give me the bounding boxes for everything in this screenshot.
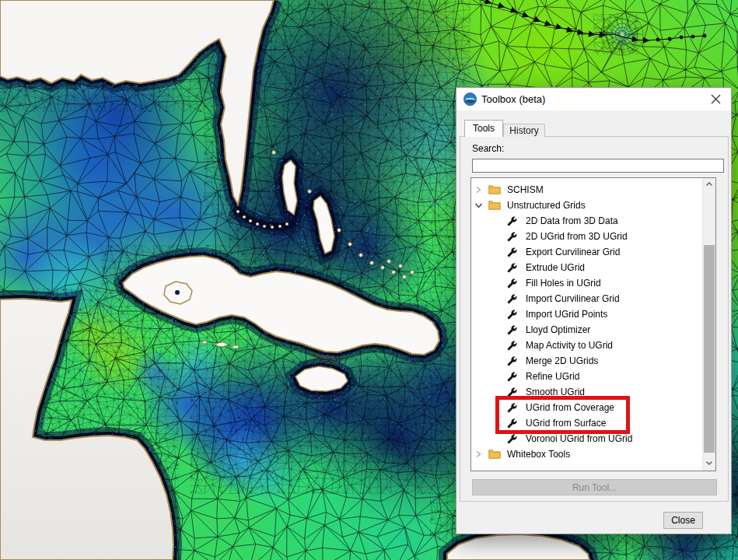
wrench-icon	[507, 372, 517, 382]
wrench-icon	[507, 232, 517, 242]
tree-item-label: Map Activity to UGrid	[526, 340, 613, 351]
dialog-titlebar[interactable]: Toolbox (beta)	[456, 88, 731, 110]
close-button[interactable]: Close	[663, 512, 703, 529]
tree-item-label: Whitebox Tools	[507, 449, 570, 460]
tree-item-label: Refine UGrid	[526, 371, 579, 382]
wrench-icon	[507, 325, 517, 335]
chevron-down-icon[interactable]	[474, 201, 483, 209]
search-input[interactable]	[472, 159, 724, 173]
tree-item-label: Import Curvilinear Grid	[526, 293, 620, 304]
tree-item-fill-holes-in-ugrid[interactable]: Fill Holes in UGrid	[471, 275, 701, 291]
scrollbar-up-arrow[interactable]	[703, 178, 715, 191]
tree-item-label: SCHISM	[507, 184, 544, 195]
wrench-icon	[507, 310, 517, 320]
tab-tools[interactable]: Tools	[464, 120, 503, 137]
tab-history[interactable]: History	[503, 124, 545, 137]
tree-item-label: Voronoi UGrid from UGrid	[526, 433, 632, 444]
chevron-right-icon[interactable]	[474, 450, 482, 458]
highlight-annotation	[495, 396, 630, 434]
wrench-icon	[507, 247, 517, 257]
folder-icon	[488, 184, 501, 194]
wrench-icon	[507, 263, 517, 273]
search-label: Search:	[472, 143, 504, 154]
tree-item-label: Import UGrid Points	[526, 309, 607, 320]
tree-item-import-curvilinear-grid[interactable]: Import Curvilinear Grid	[471, 291, 701, 306]
scrollbar-thumb[interactable]	[704, 245, 715, 453]
tree-item-2d-data-from-3d-data[interactable]: 2D Data from 3D Data	[471, 213, 701, 229]
close-icon[interactable]	[711, 94, 721, 104]
tree-item-schism[interactable]: SCHISM	[471, 182, 701, 198]
tree-item-import-ugrid-points[interactable]: Import UGrid Points	[471, 306, 701, 322]
wrench-icon	[507, 341, 517, 351]
wrench-icon	[507, 356, 517, 366]
tree-item-merge-2d-ugrids[interactable]: Merge 2D UGrids	[471, 353, 701, 369]
tree-item-label: Export Curvilinear Grid	[526, 247, 620, 257]
wrench-icon	[507, 278, 517, 289]
chevron-right-icon[interactable]	[474, 186, 482, 194]
wrench-icon	[507, 216, 517, 226]
tree-item-unstructured-grids[interactable]: Unstructured Grids	[471, 198, 701, 213]
tree-item-label: Merge 2D UGrids	[526, 355, 598, 366]
tree-item-label: 2D Data from 3D Data	[526, 215, 618, 226]
tree-item-label: Extrude UGrid	[526, 262, 585, 273]
wrench-icon	[507, 434, 517, 444]
tree-scrollbar[interactable]	[702, 178, 715, 471]
tree-item-label: Lloyd Optimizer	[526, 324, 590, 335]
tree-item-2d-ugrid-from-3d-ugrid[interactable]: 2D UGrid from 3D UGrid	[471, 229, 701, 244]
wrench-icon	[507, 294, 517, 304]
folder-icon	[488, 449, 501, 459]
tree-item-whitebox-tools[interactable]: Whitebox Tools	[471, 446, 701, 462]
tree-item-refine-ugrid[interactable]: Refine UGrid	[471, 369, 701, 384]
tree-item-label: Fill Holes in UGrid	[526, 278, 601, 289]
folder-icon	[488, 200, 501, 210]
run-tool-button[interactable]: Run Tool...	[472, 479, 717, 495]
toolbox-dialog: Toolbox (beta) Tools History Search: SCH…	[456, 87, 732, 534]
aquaveo-logo-icon	[463, 93, 477, 106]
tree-item-export-curvilinear-grid[interactable]: Export Curvilinear Grid	[471, 244, 701, 260]
tree-item-label: Unstructured Grids	[507, 200, 586, 211]
app-window: Toolbox (beta) Tools History Search: SCH…	[0, 0, 738, 560]
tree-item-label: 2D UGrid from 3D UGrid	[526, 231, 628, 242]
tree-item-lloyd-optimizer[interactable]: Lloyd Optimizer	[471, 322, 701, 338]
tree-item-extrude-ugrid[interactable]: Extrude UGrid	[471, 260, 701, 275]
tree-item-map-activity-to-ugrid[interactable]: Map Activity to UGrid	[471, 338, 701, 353]
dialog-title: Toolbox (beta)	[481, 88, 545, 110]
scrollbar-down-arrow[interactable]	[703, 457, 715, 471]
